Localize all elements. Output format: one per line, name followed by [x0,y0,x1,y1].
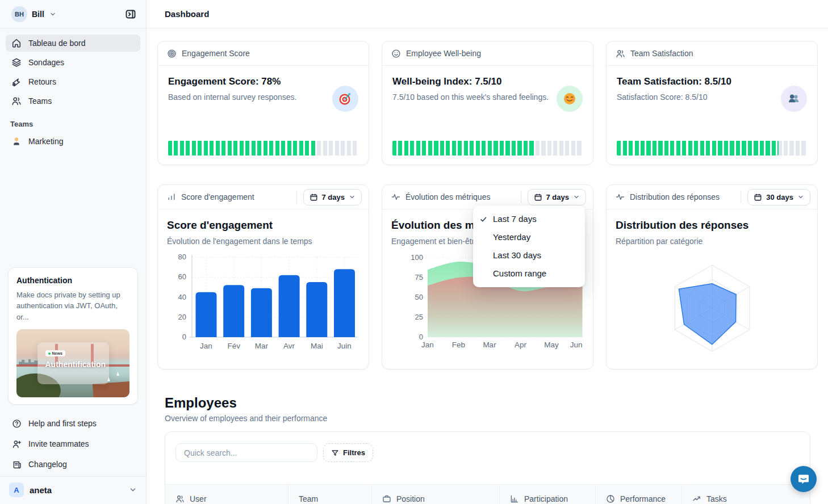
stat-subtitle: 7.5/10 based on this week's shared feeli… [392,93,583,102]
period-select-button[interactable]: 7 days [528,189,586,205]
filters-button[interactable]: Filtres [323,443,373,462]
user-name[interactable]: Bill [32,10,44,19]
svg-text:Avr: Avr [283,342,295,350]
period-value: 7 days [322,193,345,201]
progress-bar [392,141,583,156]
sidebar-item-changelog[interactable]: Changelog [6,456,140,473]
users-icon [11,96,22,106]
column-header-user[interactable]: User [165,485,288,504]
users-icon [616,49,625,58]
svg-text:Fév: Fév [227,342,240,350]
user-avatar[interactable]: BH [11,6,27,22]
chart-card-title: Distribution des réponses [630,192,720,201]
sidebar-item-tableau-de-bord[interactable]: Tableau de bord [6,35,140,52]
column-header-tasks[interactable]: Tasks [682,485,810,504]
sidebar-item-retours[interactable]: Retours [6,73,140,90]
promo-card-authentication[interactable]: Authentication Make docs private by sett… [8,267,138,405]
main-content: Dashboard Engagement Score Engagement Sc… [147,0,828,504]
period-value: 7 days [546,193,569,201]
svg-text:0: 0 [419,333,423,341]
chart-card-header: Score d'engagement 7 days [158,185,369,209]
pie-chart-icon [606,494,615,503]
changelog-icon [11,460,22,469]
sidebar-item-label: Teams [28,96,52,106]
column-header-team[interactable]: Team [288,485,372,504]
table-toolbar: Filtres [165,432,810,462]
chevron-down-icon [49,11,56,18]
svg-text:40: 40 [178,293,186,301]
megaphone-icon [11,77,22,87]
smiling-face-emoji [557,86,583,112]
promo-description: Make docs private by setting up authenti… [16,289,129,323]
sidebar-bottom: Authentication Make docs private by sett… [0,267,146,504]
svg-text:May: May [544,341,559,349]
user-plus-icon [11,439,22,449]
svg-text:80: 80 [178,253,186,261]
panel-collapse-icon [125,9,136,20]
calendar-icon [310,193,318,201]
column-header-participation[interactable]: Participation [500,485,596,504]
workspace-switcher[interactable]: A aneta [0,477,146,504]
table-header-row: User Team Position Participation Perform… [165,484,810,504]
sidebar-item-label: Sondages [28,58,64,67]
stat-subtitle: Satisfaction Score: 8.5/10 [617,93,807,102]
divider [296,191,297,203]
period-select-button[interactable]: 7 days [303,189,362,205]
menu-item-custom-range[interactable]: Custom range [473,264,585,283]
menu-item-yesterday[interactable]: Yesterday [473,228,585,246]
employees-title: Employees [165,395,237,411]
news-badge: News [45,350,65,356]
period-value: 30 days [766,193,793,201]
sailboat-shape [116,371,119,376]
chevron-down-icon [797,194,804,200]
svg-text:Mar: Mar [255,342,269,350]
sidebar-header: BH Bill [0,0,146,28]
menu-item-last-30-days[interactable]: Last 30 days [473,246,585,264]
period-dropdown-menu: Last 7 days Yesterday Last 30 days Custo… [473,205,585,287]
app-root: BH Bill Tableau de bord Sondages Retours [0,0,828,504]
smiley-icon [391,49,401,58]
svg-text:Jan: Jan [200,342,212,350]
chart-card-title: Évolution des métriques [405,192,490,201]
menu-item-last-7-days[interactable]: Last 7 days [473,210,585,228]
check-icon [480,215,487,225]
svg-text:100: 100 [411,253,423,262]
stat-card-satisfaction: Team Satisfaction Team Satisfaction: 8.5… [606,41,818,165]
svg-text:Mar: Mar [483,341,496,349]
target-icon [167,49,177,58]
chat-widget-button[interactable] [791,466,817,492]
employees-subtitle: Overview of employees and their performa… [165,414,327,423]
stat-value: Well-being Index: 7.5/10 [392,76,583,87]
stat-card-wellbeing: Employee Well-being Well-being Index: 7.… [382,41,593,165]
sidebar-item-teams[interactable]: Teams [6,93,140,110]
column-header-performance[interactable]: Performance [596,485,682,504]
calendar-icon [754,193,762,201]
briefcase-icon [382,494,391,503]
stat-card-header: Employee Well-being [382,41,593,66]
sidebar-collapse-button[interactable] [122,6,139,23]
stat-value: Team Satisfaction: 8.5/10 [617,76,807,87]
sidebar-item-marketing[interactable]: Marketing [6,133,140,150]
sidebar-item-help[interactable]: Help and first steps [6,415,140,432]
stat-card-title: Engagement Score [182,49,250,58]
period-select-button[interactable]: 30 days [747,189,810,205]
stat-card-header: Team Satisfaction [607,41,817,66]
chart-card-response-distribution: Distribution des réponses 30 days Distri… [606,184,818,369]
svg-text:Mai: Mai [311,342,323,350]
activity-icon [391,192,400,201]
column-header-position[interactable]: Position [372,485,500,504]
sidebar-item-invite[interactable]: Invite teammates [6,435,140,452]
workspace-avatar: A [9,482,24,497]
promo-overlay-card: News Authentification [37,342,109,384]
trending-up-icon [692,494,701,503]
stat-card-title: Employee Well-being [406,49,481,58]
sidebar-item-sondages[interactable]: Sondages [6,54,140,71]
search-input[interactable] [175,443,317,462]
svg-text:Jan: Jan [421,341,434,349]
svg-text:20: 20 [178,313,186,321]
divider [521,191,521,203]
promo-image[interactable]: News Authentification [16,329,129,397]
page-title: Dashboard [165,9,209,19]
sidebar-item-label: Marketing [28,137,63,146]
svg-text:60: 60 [178,272,186,281]
